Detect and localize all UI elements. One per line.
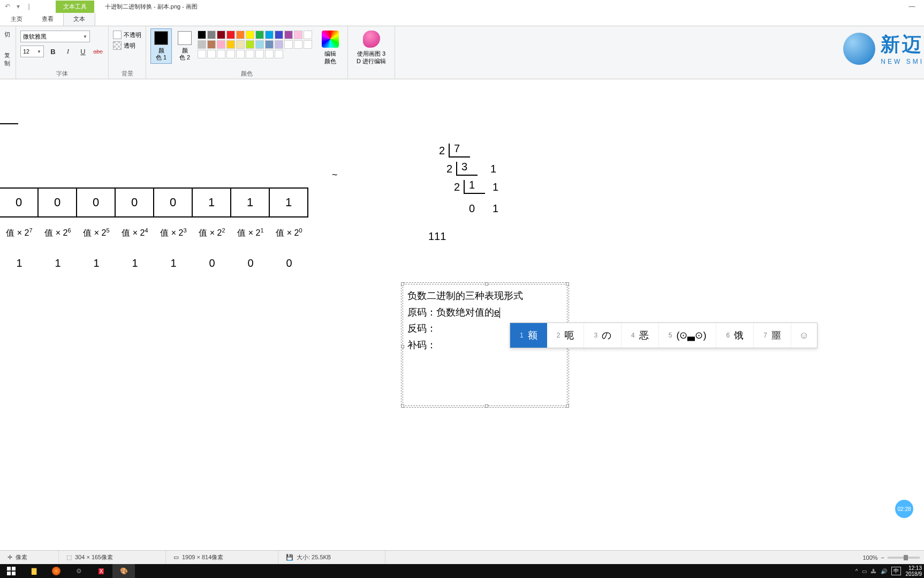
palette-color[interactable]	[265, 31, 274, 39]
font-size-value: 12	[23, 48, 29, 55]
palette-color[interactable]	[207, 31, 216, 39]
weight-label: 值 × 21	[231, 224, 270, 239]
weight-label: 值 × 23	[154, 224, 193, 239]
tab-text[interactable]: 文本	[63, 12, 95, 26]
palette-color[interactable]	[304, 31, 312, 39]
palette-color[interactable]	[217, 40, 225, 49]
ime-candidate[interactable]: 5(⊙▃⊙)	[659, 323, 717, 348]
palette-color[interactable]	[217, 50, 225, 58]
italic-button[interactable]: I	[62, 46, 74, 57]
palette-color[interactable]	[217, 31, 225, 39]
value-cell: 1	[116, 257, 154, 269]
palette-color[interactable]	[198, 40, 206, 49]
color1-button[interactable]: 颜 色 1	[150, 28, 172, 64]
svg-rect-0	[7, 567, 11, 571]
ime-candidate-bar[interactable]: 1额2呃3の4恶5(⊙▃⊙)6饿7噩☺	[510, 322, 817, 348]
ime-emoji-button[interactable]: ☺	[791, 323, 817, 348]
palette-color[interactable]	[226, 40, 235, 49]
underline-button[interactable]: U	[77, 46, 89, 57]
ime-candidate[interactable]: 2呃	[547, 323, 585, 348]
zoom-out-button[interactable]: −	[881, 554, 884, 561]
binary-cell: 1	[231, 187, 270, 217]
explorer-icon[interactable]: ▇	[22, 564, 45, 578]
paint-taskbar-icon[interactable]: 🎨	[112, 564, 135, 578]
palette-color[interactable]	[255, 40, 264, 49]
battery-icon[interactable]: ▭	[862, 568, 867, 574]
chevron-down-icon: ▼	[83, 34, 87, 39]
palette-color[interactable]	[265, 50, 274, 58]
paint3d-button[interactable]: 使用画图 3 D 进行编辑	[352, 28, 390, 67]
font-family-select[interactable]: 微软雅黑 ▼	[20, 31, 90, 42]
palette-color[interactable]	[294, 31, 302, 39]
palette-color[interactable]	[255, 31, 264, 39]
copy-button[interactable]: 复制	[4, 51, 11, 67]
div-q4: 0	[469, 202, 475, 215]
palette-color[interactable]	[207, 50, 216, 58]
ime-candidate[interactable]: 3の	[584, 323, 622, 348]
volume-icon[interactable]: 🔊	[881, 568, 887, 574]
palette-color[interactable]	[207, 40, 216, 49]
palette-color[interactable]	[246, 40, 254, 49]
ime-candidate[interactable]: 1额	[510, 323, 547, 348]
palette-color[interactable]	[236, 31, 245, 39]
qat-undo-icon[interactable]: ↶	[2, 1, 13, 12]
opaque-option[interactable]: 不透明	[113, 31, 141, 39]
palette-color[interactable]	[255, 50, 264, 58]
font-size-select[interactable]: 12 ▼	[20, 46, 44, 57]
settings-icon[interactable]: ⚙	[67, 564, 90, 578]
transparent-icon	[113, 41, 122, 50]
tab-view[interactable]: 查看	[32, 12, 63, 26]
transparent-option[interactable]: 透明	[113, 41, 135, 50]
palette-color[interactable]	[246, 31, 254, 39]
palette-color[interactable]	[236, 40, 245, 49]
ime-candidate[interactable]: 6饿	[716, 323, 754, 348]
palette-color[interactable]	[284, 31, 293, 39]
save-icon: 💾	[286, 554, 293, 561]
svg-rect-3	[12, 572, 16, 575]
color2-button[interactable]: 颜 色 2	[174, 28, 195, 64]
palette-color[interactable]	[275, 31, 283, 39]
canvas[interactable]: ~ 00000111 值 × 27值 × 26值 × 25值 × 24值 × 2…	[0, 80, 924, 550]
qat-dropdown-icon[interactable]: ▾	[13, 1, 24, 12]
minimize-button[interactable]: —	[900, 0, 924, 13]
xmind-icon[interactable]: X	[90, 564, 112, 578]
binary-cell: 1	[270, 187, 308, 217]
ime-candidate[interactable]: 4恶	[622, 323, 659, 348]
palette-color[interactable]	[275, 40, 283, 49]
network-icon[interactable]: 🖧	[871, 568, 876, 574]
tilde-text: ~	[332, 169, 338, 181]
div-d3: 2	[454, 181, 460, 193]
value-cell: 1	[39, 257, 77, 269]
palette-color[interactable]	[275, 50, 283, 58]
palette-color[interactable]	[226, 31, 235, 39]
font-group-label: 字体	[20, 70, 104, 78]
strikethrough-button[interactable]: abc	[92, 46, 104, 57]
palette-color[interactable]	[236, 50, 245, 58]
palette-color[interactable]	[294, 40, 302, 49]
value-cell: 0	[270, 257, 308, 269]
palette-color[interactable]	[198, 31, 206, 39]
palette-color[interactable]	[304, 40, 312, 49]
start-button[interactable]	[0, 564, 22, 578]
div-n1: 7	[454, 142, 460, 155]
palette-color[interactable]	[226, 50, 235, 58]
palette-color[interactable]	[246, 50, 254, 58]
palette-color[interactable]	[198, 50, 206, 58]
ime-indicator[interactable]: 中	[891, 567, 901, 575]
cut-button[interactable]: 切	[4, 31, 10, 39]
div-n3: 1	[469, 179, 475, 191]
taskbar-clock[interactable]: 12:13 2018/9	[905, 565, 922, 577]
binary-cell: 0	[116, 187, 154, 217]
zoom-slider[interactable]	[888, 557, 920, 559]
tab-home[interactable]: 主页	[1, 12, 32, 26]
firefox-icon[interactable]	[45, 564, 67, 578]
palette-color[interactable]	[265, 40, 274, 49]
edit-colors-button[interactable]: 编辑 颜色	[317, 28, 343, 67]
tray-chevron-icon[interactable]: ^	[855, 568, 858, 574]
bold-button[interactable]: B	[47, 46, 59, 57]
contextual-tab-text-tools[interactable]: 文本工具	[56, 1, 94, 13]
color2-label: 颜 色 2	[179, 47, 190, 61]
palette-color[interactable]	[284, 40, 293, 49]
ime-candidate[interactable]: 7噩	[754, 323, 791, 348]
taskbar[interactable]: ▇ ⚙ X 🎨 ^ ▭ 🖧 🔊 中 12:13 2018/9	[0, 564, 924, 578]
